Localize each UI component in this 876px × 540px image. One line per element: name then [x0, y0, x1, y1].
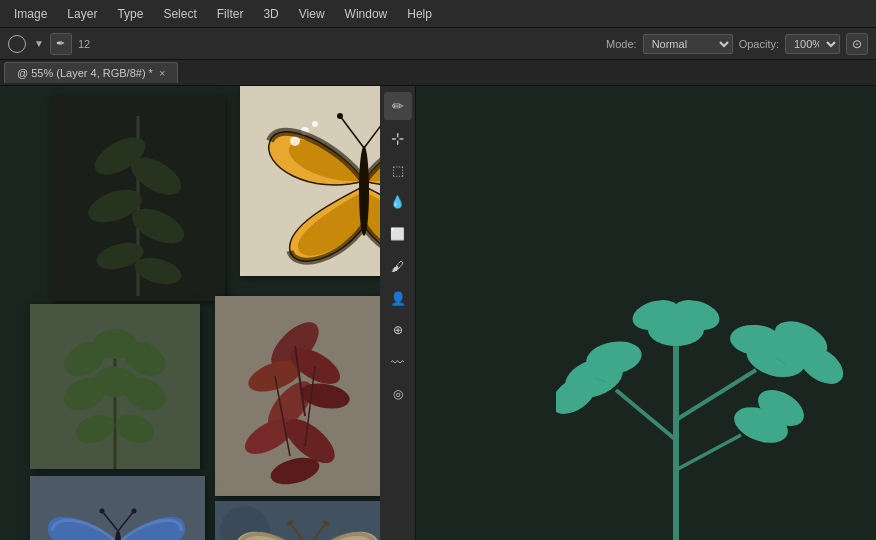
svg-point-12 [312, 121, 318, 127]
menu-view[interactable]: View [289, 3, 335, 25]
moth-card [215, 501, 380, 540]
tab-close-btn[interactable]: × [159, 67, 165, 79]
menu-bar: Image Layer Type Select Filter 3D View W… [0, 0, 876, 28]
svg-point-19 [337, 113, 343, 119]
svg-line-68 [616, 390, 676, 440]
paint-tool-btn[interactable]: 🖌 [384, 252, 412, 280]
brush-size-display: 12 [78, 38, 90, 50]
tab-label: @ 55% (Layer 4, RGB/8#) * [17, 67, 153, 79]
canvas-tab[interactable]: @ 55% (Layer 4, RGB/8#) * × [4, 62, 178, 83]
svg-rect-66 [215, 501, 380, 540]
smudge-tool-btn[interactable]: 〰 [384, 348, 412, 376]
menu-window[interactable]: Window [335, 3, 398, 25]
eyedropper-tool-icon: 💧 [390, 195, 405, 209]
svg-line-70 [676, 435, 741, 470]
crop-tool-btn[interactable]: ⊹ [384, 124, 412, 152]
canvas-area[interactable] [0, 86, 380, 540]
eraser-tool-icon: ⬜ [390, 227, 405, 241]
marquee-tool-btn[interactable]: ⬚ [384, 156, 412, 184]
leaves-midleft-card [30, 304, 200, 469]
menu-3d[interactable]: 3D [253, 3, 288, 25]
mode-label: Mode: [606, 38, 637, 50]
svg-rect-44 [215, 296, 380, 496]
red-leaves-card [215, 296, 380, 496]
brush-dropdown-arrow[interactable]: ▼ [34, 38, 44, 49]
menu-image[interactable]: Image [4, 3, 57, 25]
brush-mode-icon: ✒ [56, 37, 65, 50]
brush-mode-toggle[interactable]: ✒ [50, 33, 72, 55]
svg-rect-31 [30, 304, 200, 469]
butterfly-card [240, 86, 380, 276]
eraser-tool-btn[interactable]: ⬜ [384, 220, 412, 248]
tab-bar: @ 55% (Layer 4, RGB/8#) * × [0, 60, 876, 86]
opacity-label: Opacity: [739, 38, 779, 50]
brush-tip-preview [8, 35, 26, 53]
pressure-icon: ⊙ [852, 37, 862, 51]
svg-rect-52 [30, 476, 205, 540]
menu-select[interactable]: Select [153, 3, 206, 25]
menu-type[interactable]: Type [107, 3, 153, 25]
blue-butterfly-card [30, 476, 205, 540]
dodge-tool-btn[interactable]: ◎ [384, 380, 412, 408]
paint-tool-icon: 🖌 [391, 259, 404, 274]
options-bar: ▼ ✒ 12 Mode: Normal Dissolve Multiply Sc… [0, 28, 876, 60]
toolbar: ✏ ⊹ ⬚ 💧 ⬜ 🖌 👤 ⊕ 〰 ◎ [380, 86, 416, 540]
blend-mode-select[interactable]: Normal Dissolve Multiply Screen Overlay [643, 34, 733, 54]
crop-tool-icon: ⊹ [391, 129, 404, 148]
brush-tool-icon: ✏ [392, 98, 404, 114]
eyedropper-tool-btn[interactable]: 💧 [384, 188, 412, 216]
svg-rect-8 [50, 96, 225, 301]
plant-svg [556, 240, 876, 540]
clone-tool-icon: 👤 [390, 291, 406, 306]
clone-tool-btn[interactable]: 👤 [384, 284, 412, 312]
marquee-tool-icon: ⬚ [392, 163, 404, 178]
brush-tool-btn[interactable]: ✏ [384, 92, 412, 120]
spot-tool-btn[interactable]: ⊕ [384, 316, 412, 344]
menu-help[interactable]: Help [397, 3, 442, 25]
menu-filter[interactable]: Filter [207, 3, 254, 25]
opacity-select[interactable]: 100% 75% 50% 25% [785, 34, 840, 54]
pressure-icon-btn[interactable]: ⊙ [846, 33, 868, 55]
spot-tool-icon: ⊕ [393, 323, 403, 337]
svg-point-16 [359, 146, 369, 236]
dodge-tool-icon: ◎ [393, 387, 403, 401]
menu-layer[interactable]: Layer [57, 3, 107, 25]
smudge-tool-icon: 〰 [391, 355, 404, 370]
plant-illustration-area [416, 86, 876, 540]
leaves-topleft-card [50, 96, 225, 301]
